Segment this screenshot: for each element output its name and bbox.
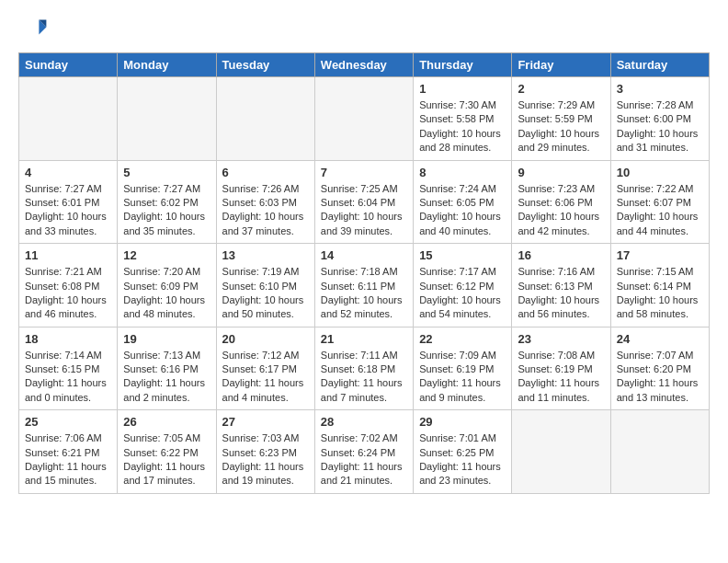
page: SundayMondayTuesdayWednesdayThursdayFrid… <box>0 0 728 508</box>
day-info: Sunrise: 7:12 AMSunset: 6:17 PMDaylight:… <box>222 349 309 406</box>
day-number: 24 <box>617 332 703 346</box>
day-info: Sunrise: 7:06 AMSunset: 6:21 PMDaylight:… <box>25 431 111 488</box>
calendar-cell: 7Sunrise: 7:25 AMSunset: 6:04 PMDaylight… <box>314 160 413 244</box>
calendar-cell: 10Sunrise: 7:22 AMSunset: 6:07 PMDayligh… <box>610 160 709 244</box>
day-number: 2 <box>518 82 604 96</box>
day-number: 5 <box>123 166 210 179</box>
day-info: Sunrise: 7:14 AMSunset: 6:15 PMDaylight:… <box>25 349 111 406</box>
calendar-cell <box>19 77 118 161</box>
day-info: Sunrise: 7:27 AMSunset: 6:01 PMDaylight:… <box>25 182 111 239</box>
calendar-week-row: 11Sunrise: 7:21 AMSunset: 6:08 PMDayligh… <box>19 244 710 327</box>
calendar-cell: 19Sunrise: 7:13 AMSunset: 6:16 PMDayligh… <box>118 327 216 410</box>
calendar-day-header: Sunday <box>19 53 118 77</box>
day-info: Sunrise: 7:01 AMSunset: 6:25 PMDaylight:… <box>419 431 506 488</box>
calendar-cell: 9Sunrise: 7:23 AMSunset: 6:06 PMDaylight… <box>512 160 610 244</box>
day-info: Sunrise: 7:05 AMSunset: 6:22 PMDaylight:… <box>123 431 210 488</box>
calendar-day-header: Saturday <box>610 53 709 77</box>
logo-icon <box>18 14 48 43</box>
day-number: 12 <box>123 248 210 262</box>
day-info: Sunrise: 7:20 AMSunset: 6:09 PMDaylight:… <box>123 265 210 322</box>
calendar-cell: 12Sunrise: 7:20 AMSunset: 6:09 PMDayligh… <box>118 244 216 327</box>
calendar-day-header: Friday <box>512 53 610 77</box>
day-number: 6 <box>222 166 309 179</box>
calendar-cell: 26Sunrise: 7:05 AMSunset: 6:22 PMDayligh… <box>118 410 216 494</box>
day-info: Sunrise: 7:13 AMSunset: 6:16 PMDaylight:… <box>123 349 210 406</box>
day-number: 29 <box>419 415 506 429</box>
calendar-cell: 8Sunrise: 7:24 AMSunset: 6:05 PMDaylight… <box>414 160 512 244</box>
calendar-cell: 5Sunrise: 7:27 AMSunset: 6:02 PMDaylight… <box>118 160 216 244</box>
day-number: 21 <box>321 332 407 346</box>
day-info: Sunrise: 7:26 AMSunset: 6:03 PMDaylight:… <box>222 182 309 239</box>
day-number: 14 <box>321 248 407 262</box>
calendar-cell: 17Sunrise: 7:15 AMSunset: 6:14 PMDayligh… <box>610 244 709 327</box>
calendar-cell: 13Sunrise: 7:19 AMSunset: 6:10 PMDayligh… <box>216 244 314 327</box>
calendar-week-row: 25Sunrise: 7:06 AMSunset: 6:21 PMDayligh… <box>19 410 710 494</box>
calendar-cell: 21Sunrise: 7:11 AMSunset: 6:18 PMDayligh… <box>314 327 413 410</box>
day-number: 16 <box>518 248 604 262</box>
calendar-cell: 23Sunrise: 7:08 AMSunset: 6:19 PMDayligh… <box>512 327 610 410</box>
logo <box>18 14 51 43</box>
calendar-cell <box>216 77 314 161</box>
day-info: Sunrise: 7:23 AMSunset: 6:06 PMDaylight:… <box>518 182 604 239</box>
day-info: Sunrise: 7:17 AMSunset: 6:12 PMDaylight:… <box>419 265 506 322</box>
day-info: Sunrise: 7:27 AMSunset: 6:02 PMDaylight:… <box>123 182 210 239</box>
day-info: Sunrise: 7:25 AMSunset: 6:04 PMDaylight:… <box>321 182 407 239</box>
calendar-cell: 3Sunrise: 7:28 AMSunset: 6:00 PMDaylight… <box>610 77 709 161</box>
calendar-cell: 20Sunrise: 7:12 AMSunset: 6:17 PMDayligh… <box>216 327 314 410</box>
day-number: 18 <box>25 332 111 346</box>
day-number: 1 <box>419 82 506 96</box>
calendar-cell: 27Sunrise: 7:03 AMSunset: 6:23 PMDayligh… <box>216 410 314 494</box>
day-info: Sunrise: 7:22 AMSunset: 6:07 PMDaylight:… <box>617 182 703 239</box>
day-number: 8 <box>419 166 506 179</box>
calendar-cell: 28Sunrise: 7:02 AMSunset: 6:24 PMDayligh… <box>314 410 413 494</box>
calendar-week-row: 1Sunrise: 7:30 AMSunset: 5:58 PMDaylight… <box>19 77 710 161</box>
day-info: Sunrise: 7:24 AMSunset: 6:05 PMDaylight:… <box>419 182 506 239</box>
day-number: 22 <box>419 332 506 346</box>
calendar-cell: 14Sunrise: 7:18 AMSunset: 6:11 PMDayligh… <box>314 244 413 327</box>
calendar-cell <box>512 410 610 494</box>
calendar-cell <box>118 77 216 161</box>
day-info: Sunrise: 7:11 AMSunset: 6:18 PMDaylight:… <box>321 349 407 406</box>
calendar-cell: 18Sunrise: 7:14 AMSunset: 6:15 PMDayligh… <box>19 327 118 410</box>
day-number: 28 <box>321 415 407 429</box>
day-info: Sunrise: 7:18 AMSunset: 6:11 PMDaylight:… <box>321 265 407 322</box>
calendar-header-row: SundayMondayTuesdayWednesdayThursdayFrid… <box>19 53 710 77</box>
calendar-cell: 1Sunrise: 7:30 AMSunset: 5:58 PMDaylight… <box>414 77 512 161</box>
day-number: 17 <box>617 248 703 262</box>
calendar-cell: 16Sunrise: 7:16 AMSunset: 6:13 PMDayligh… <box>512 244 610 327</box>
day-number: 25 <box>25 415 111 429</box>
header <box>18 14 710 43</box>
calendar-day-header: Thursday <box>414 53 512 77</box>
calendar-week-row: 4Sunrise: 7:27 AMSunset: 6:01 PMDaylight… <box>19 160 710 244</box>
calendar-week-row: 18Sunrise: 7:14 AMSunset: 6:15 PMDayligh… <box>19 327 710 410</box>
calendar-cell <box>314 77 413 161</box>
day-number: 4 <box>25 166 111 179</box>
day-number: 15 <box>419 248 506 262</box>
day-info: Sunrise: 7:09 AMSunset: 6:19 PMDaylight:… <box>419 349 506 406</box>
day-number: 26 <box>123 415 210 429</box>
day-number: 7 <box>321 166 407 179</box>
day-info: Sunrise: 7:15 AMSunset: 6:14 PMDaylight:… <box>617 265 703 322</box>
calendar-table: SundayMondayTuesdayWednesdayThursdayFrid… <box>18 52 710 494</box>
day-info: Sunrise: 7:02 AMSunset: 6:24 PMDaylight:… <box>321 431 407 488</box>
calendar-cell: 25Sunrise: 7:06 AMSunset: 6:21 PMDayligh… <box>19 410 118 494</box>
day-info: Sunrise: 7:28 AMSunset: 6:00 PMDaylight:… <box>617 98 703 155</box>
day-number: 3 <box>617 82 703 96</box>
day-number: 20 <box>222 332 309 346</box>
calendar-day-header: Monday <box>118 53 216 77</box>
day-number: 19 <box>123 332 210 346</box>
calendar-cell: 22Sunrise: 7:09 AMSunset: 6:19 PMDayligh… <box>414 327 512 410</box>
calendar-cell: 2Sunrise: 7:29 AMSunset: 5:59 PMDaylight… <box>512 77 610 161</box>
day-number: 9 <box>518 166 604 179</box>
day-info: Sunrise: 7:08 AMSunset: 6:19 PMDaylight:… <box>518 349 604 406</box>
day-number: 27 <box>222 415 309 429</box>
calendar-cell: 29Sunrise: 7:01 AMSunset: 6:25 PMDayligh… <box>414 410 512 494</box>
day-info: Sunrise: 7:30 AMSunset: 5:58 PMDaylight:… <box>419 98 506 155</box>
calendar-cell: 4Sunrise: 7:27 AMSunset: 6:01 PMDaylight… <box>19 160 118 244</box>
calendar-cell: 11Sunrise: 7:21 AMSunset: 6:08 PMDayligh… <box>19 244 118 327</box>
calendar-cell: 15Sunrise: 7:17 AMSunset: 6:12 PMDayligh… <box>414 244 512 327</box>
day-info: Sunrise: 7:29 AMSunset: 5:59 PMDaylight:… <box>518 98 604 155</box>
day-info: Sunrise: 7:19 AMSunset: 6:10 PMDaylight:… <box>222 265 309 322</box>
day-number: 10 <box>617 166 703 179</box>
day-number: 11 <box>25 248 111 262</box>
